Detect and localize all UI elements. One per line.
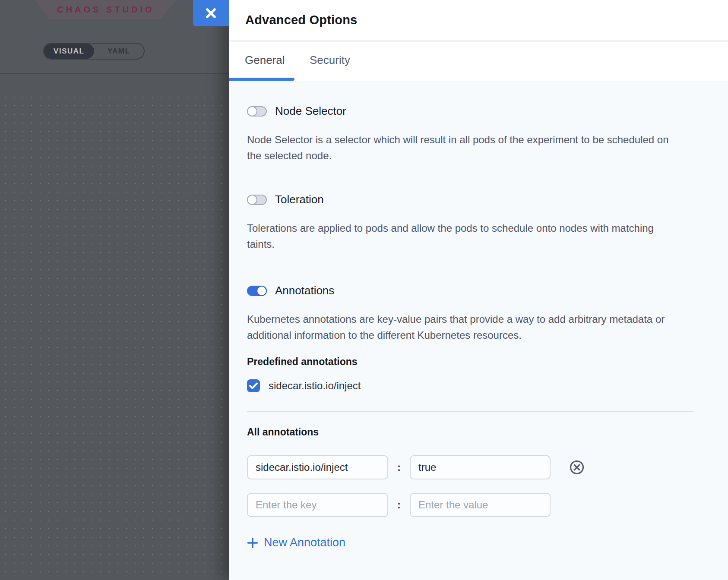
- toggle-knob: [256, 286, 267, 296]
- annotation-value-input[interactable]: [410, 455, 551, 479]
- toggle-knob: [247, 106, 257, 117]
- dimmed-page-background: CHAOS STUDIO VISUAL YAML: [0, 0, 229, 580]
- new-annotation-button[interactable]: New Annotation: [247, 536, 345, 549]
- node-selector-description: Node Selector is a selector which will r…: [247, 132, 679, 164]
- toleration-label: Toleration: [275, 193, 324, 206]
- plus-icon: [247, 537, 258, 548]
- advanced-options-drawer: Advanced Options General Security Node S…: [229, 0, 728, 580]
- active-tab-indicator: [229, 78, 294, 81]
- annotations-toggle[interactable]: [247, 286, 267, 296]
- brand-title: CHAOS STUDIO: [57, 5, 154, 15]
- predefined-annotation-item: sidecar.istio.io/inject: [247, 379, 711, 393]
- toleration-description: Tolerations are applied to pods and allo…: [247, 220, 679, 252]
- annotation-row-empty: :: [247, 493, 711, 517]
- circled-x-icon: [570, 460, 584, 475]
- toggle-knob: [247, 195, 257, 205]
- node-selector-toggle[interactable]: [247, 106, 267, 117]
- toleration-row: Toleration: [247, 194, 711, 205]
- key-value-separator: :: [397, 499, 401, 511]
- annotation-key-input[interactable]: [247, 455, 388, 479]
- new-annotation-label: New Annotation: [264, 536, 345, 549]
- key-value-separator: :: [397, 461, 401, 473]
- sidecar-inject-checkbox[interactable]: [247, 379, 260, 392]
- predefined-annotation-label: sidecar.istio.io/inject: [269, 380, 361, 392]
- node-selector-label: Node Selector: [275, 104, 346, 118]
- general-tab-content: Node Selector Node Selector is a selecto…: [229, 81, 728, 580]
- predefined-annotations-heading: Predefined annotations: [247, 356, 711, 368]
- annotations-description: Kubernetes annotations are key-value pai…: [247, 311, 679, 343]
- section-divider: [247, 411, 693, 412]
- tab-general[interactable]: General: [245, 54, 285, 67]
- checkmark-icon: [249, 382, 258, 389]
- annotation-value-input-empty[interactable]: [410, 493, 551, 517]
- all-annotations-heading: All annotations: [247, 426, 711, 438]
- annotations-row: Annotations: [247, 285, 711, 296]
- close-icon: [205, 7, 217, 19]
- drawer-tabs: General Security: [229, 42, 728, 81]
- delete-annotation-button[interactable]: [570, 460, 584, 475]
- visual-yaml-toggle[interactable]: VISUAL YAML: [43, 43, 145, 60]
- drawer-header: Advanced Options: [229, 0, 728, 41]
- node-selector-row: Node Selector: [247, 105, 711, 117]
- annotations-label: Annotations: [275, 284, 334, 297]
- experiment-canvas: [0, 75, 229, 580]
- chaos-studio-logo: CHAOS STUDIO: [35, 0, 176, 19]
- drawer-title: Advanced Options: [245, 13, 357, 27]
- tab-visual[interactable]: VISUAL: [44, 44, 94, 59]
- tab-security[interactable]: Security: [310, 54, 350, 67]
- annotation-key-input-empty[interactable]: [247, 493, 388, 517]
- toleration-toggle[interactable]: [247, 195, 267, 205]
- tab-yaml[interactable]: YAML: [94, 44, 144, 59]
- annotation-row: :: [247, 455, 711, 479]
- close-drawer-button[interactable]: [193, 0, 229, 26]
